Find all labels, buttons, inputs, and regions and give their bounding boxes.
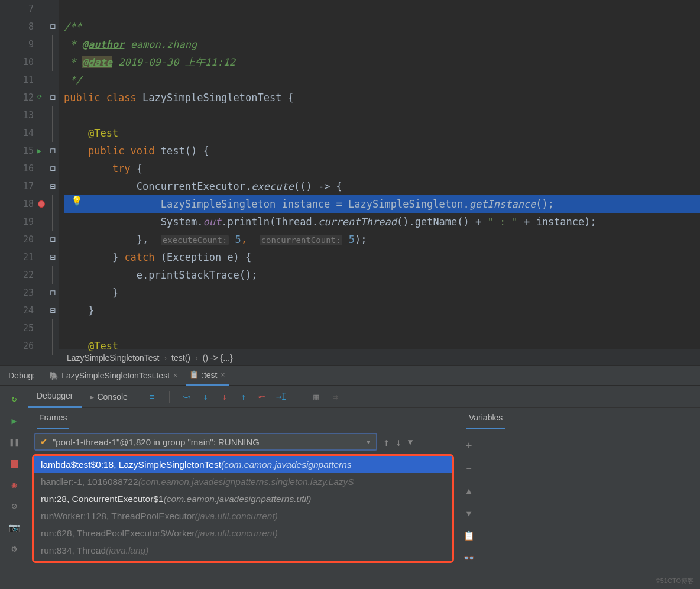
line-number: 23	[23, 287, 34, 298]
code-text: /**	[64, 21, 82, 33]
run-to-cursor-icon[interactable]: →I	[276, 391, 287, 402]
debug-side-actions: ▶ ❚❚ ◉ ⊘ 📷 ⚙	[0, 408, 28, 589]
doc-tag: @author	[82, 38, 125, 50]
code-text: }	[112, 251, 124, 263]
code-text: System.	[161, 216, 203, 228]
line-number: 25	[23, 323, 34, 334]
code-text: .println(Thread.	[221, 216, 318, 228]
code-text: try	[112, 163, 131, 174]
code-text: currentThread	[318, 216, 397, 228]
fold-marker[interactable]: ⊟	[50, 95, 56, 101]
down-button[interactable]: ▼	[466, 508, 471, 519]
line-number: 14	[23, 128, 34, 138]
up-button[interactable]: ▲	[466, 486, 471, 496]
next-frame-button[interactable]: ↓	[396, 436, 402, 448]
frame-item[interactable]: run:28, ConcurrentExecutor$1 (com.eamon.…	[34, 490, 452, 507]
threads-icon[interactable]: ≡	[147, 391, 157, 402]
line-number: 11	[23, 75, 34, 85]
frame-item[interactable]: handler:-1, 1016088722 (com.eamon.javade…	[34, 473, 452, 490]
debug-tabs: Debug: 🐘 LazySimpleSingletonTest.test × …	[0, 366, 700, 386]
code-text: execute	[251, 180, 294, 192]
fold-marker[interactable]: ⊟	[50, 254, 56, 260]
fold-marker[interactable]: ⊟	[50, 237, 56, 242]
settings-button[interactable]: ⚙	[6, 541, 22, 557]
code-text: }	[88, 305, 94, 316]
doc-tag: @date	[82, 56, 112, 68]
stop-button[interactable]	[6, 455, 22, 472]
fold-gutter: ⊟ ⊟ ⊟ ⊟ ⊟ ⊟ ⊟ ⊟ ⊟	[48, 0, 59, 349]
view-breakpoints-button[interactable]: ◉	[6, 477, 22, 493]
close-icon[interactable]: ×	[221, 371, 225, 379]
code-text: ConcurrentExecutor.	[137, 180, 251, 192]
code-text: getInstance	[469, 198, 536, 210]
force-step-into-icon[interactable]: ↓	[219, 391, 230, 402]
run-icon[interactable]: ▶	[37, 147, 46, 155]
line-number: 17	[23, 181, 34, 192]
add-watch-button[interactable]: +	[466, 439, 472, 451]
code-text: 5	[342, 234, 354, 245]
step-into-icon[interactable]: ↓	[200, 391, 211, 402]
fold-marker[interactable]: ⊟	[50, 166, 56, 171]
resume-button[interactable]: ▶	[6, 413, 22, 429]
run-config-tab[interactable]: 🐘 LazySimpleSingletonTest.test ×	[46, 366, 181, 386]
code-text: }	[112, 287, 118, 299]
evaluate-icon[interactable]: ▦	[311, 391, 322, 402]
tab-label: LazySimpleSingletonTest.test	[61, 371, 170, 380]
override-icon[interactable]: ⟳	[37, 93, 46, 102]
pause-button[interactable]: ❚❚	[6, 434, 22, 451]
filter-button[interactable]: ▼	[408, 437, 413, 446]
close-icon[interactable]: ×	[173, 371, 177, 380]
trace-icon[interactable]: ⇉	[330, 391, 341, 402]
step-over-icon[interactable]: ⤻	[182, 391, 192, 402]
code-text: + instance);	[518, 216, 597, 228]
run-config-tab[interactable]: 📋 :test ×	[186, 366, 228, 386]
debug-body: ▶ ❚❚ ◉ ⊘ 📷 ⚙ Frames ✔ "pool-1-thread-1"@…	[0, 408, 700, 589]
prev-frame-button[interactable]: ↑	[383, 436, 390, 448]
annotation: @Test	[88, 340, 118, 352]
rerun-button[interactable]: ↻	[6, 390, 22, 407]
frames-panel: Frames ✔ "pool-1-thread-1"@1,820 in grou…	[28, 408, 458, 589]
camera-button[interactable]: 📷	[6, 519, 22, 536]
drop-frame-icon[interactable]: ⤺	[257, 391, 268, 402]
frame-item[interactable]: runWorker:1128, ThreadPoolExecutor (java…	[34, 507, 452, 525]
fold-marker[interactable]: ⊟	[50, 148, 56, 154]
intention-bulb-icon[interactable]: 💡	[71, 195, 83, 206]
code-area[interactable]: /** * @author eamon.zhang * @date 2019-0…	[59, 0, 700, 349]
line-number: 20	[23, 234, 34, 245]
annotation: @Test	[88, 127, 118, 139]
line-number: 21	[23, 252, 34, 263]
code-text: ().getName() +	[397, 216, 488, 228]
copy-button[interactable]: 📋	[464, 530, 475, 541]
mute-breakpoints-button[interactable]: ⊘	[6, 498, 22, 514]
frame-item[interactable]: lambda$test$0:18, LazySimpleSingletonTes…	[34, 456, 452, 473]
glasses-button[interactable]: 👓	[464, 553, 475, 564]
line-number: 19	[23, 216, 34, 227]
code-text: },	[137, 234, 161, 245]
line-number: 12	[23, 92, 34, 103]
fold-marker[interactable]: ⊟	[50, 308, 56, 313]
line-number: 8	[28, 21, 34, 32]
remove-watch-button[interactable]: −	[466, 463, 471, 474]
frame-item[interactable]: run:834, Thread (java.lang)	[34, 542, 452, 559]
param-hint: concurrentCount:	[260, 235, 343, 245]
breakpoint-icon[interactable]	[38, 200, 45, 208]
console-tab[interactable]: ▸Console	[82, 386, 136, 408]
line-number-gutter: 7 8 9 10 11 12⟳ 13 14 15▶ 16 17 18 19 20…	[0, 0, 48, 349]
thread-selector[interactable]: ✔ "pool-1-thread-1"@1,820 in group "main…	[34, 433, 377, 451]
code-text: catch	[124, 251, 154, 263]
step-out-icon[interactable]: ↑	[238, 391, 249, 402]
line-number: 24	[23, 305, 34, 316]
fold-marker[interactable]: ⊟	[50, 24, 56, 30]
code-text: out	[203, 216, 221, 228]
fold-marker[interactable]: ⊟	[50, 183, 56, 189]
variables-panel: Variables + − ▲ ▼ 📋 👓	[458, 408, 700, 589]
debugger-tab[interactable]: Debugger	[28, 386, 82, 408]
variables-tab[interactable]: Variables	[466, 408, 505, 429]
code-text: e.printStackTrace();	[137, 269, 258, 281]
line-number: 22	[23, 270, 34, 280]
frames-tab[interactable]: Frames	[37, 408, 69, 429]
frame-item[interactable]: run:628, ThreadPoolExecutor$Worker (java…	[34, 525, 452, 542]
fold-marker[interactable]: ⊟	[50, 290, 56, 296]
line-number: 15	[23, 145, 34, 156]
code-text: );	[355, 234, 367, 245]
